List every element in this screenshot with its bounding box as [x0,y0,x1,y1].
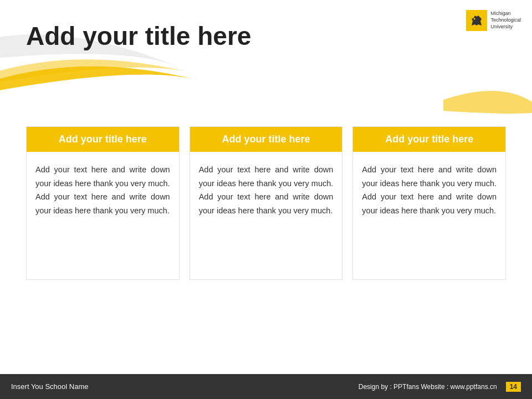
footer-school-name: Insert You School Name [11,382,88,391]
logo-area: Michigan Technological University [466,10,521,31]
logo-icon [466,10,487,31]
column-2: Add your title here Add your text here a… [190,126,343,280]
footer-right: Design by : PPTfans Website : www.pptfan… [359,382,521,392]
main-title: Add your title here [26,21,251,52]
background-decoration [0,0,532,122]
column-3-body: Add your text here and write down your i… [353,152,505,279]
footer-page-number: 14 [506,382,521,392]
column-2-header: Add your title here [190,127,342,152]
footer: Insert You School Name Design by : PPTfa… [0,374,532,399]
column-1: Add your title here Add your text here a… [26,126,180,280]
footer-credit: Design by : PPTfans Website : www.pptfan… [359,383,497,391]
column-1-body: Add your text here and write down your i… [27,152,179,279]
columns-container: Add your title here Add your text here a… [26,126,506,280]
column-1-header: Add your title here [27,127,179,152]
logo-text: Michigan Technological University [490,11,521,30]
column-2-body: Add your text here and write down your i… [190,152,342,279]
column-3: Add your title here Add your text here a… [352,126,506,280]
svg-point-1 [474,18,475,20]
column-3-header: Add your title here [353,127,505,152]
